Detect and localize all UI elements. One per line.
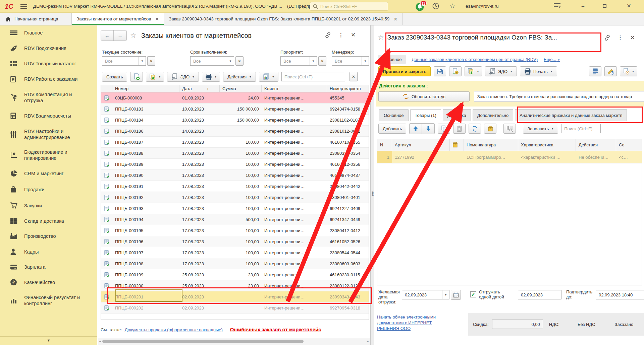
table-row[interactable]: ППЦБ-00018717.08.2023100,00Интернет-реше… (101, 137, 369, 148)
filter-combo[interactable]: Все▼ (102, 56, 146, 66)
nav-main-chip[interactable]: Основное (378, 55, 406, 64)
single-date-field[interactable]: 02.09.2023 (518, 290, 561, 299)
table-row[interactable]: ППЦБ-00020202.09.2023Интернет-решени…692… (101, 302, 369, 314)
add-row-button[interactable]: Добавить (378, 124, 406, 134)
sidebar-item[interactable]: Производство (0, 228, 97, 244)
table-row[interactable]: ППЦБ-00018614.08.2023Интернет-решени…230… (101, 126, 369, 137)
single-date-checkbox[interactable]: ✓ (470, 291, 476, 297)
order-tab[interactable]: Аналитические признаки и данные заказа м… (515, 109, 627, 121)
service-menu-icon[interactable] (553, 2, 561, 8)
sidebar-item[interactable]: Финансовый результат и контроллинг (0, 290, 97, 311)
table-row[interactable]: ППЦБ-00019417.08.2023500,00Интернет-реше… (101, 214, 369, 225)
global-search-input[interactable] (320, 4, 381, 9)
get-link-icon[interactable] (604, 34, 610, 41)
move-down-button[interactable] (422, 124, 434, 134)
ship-date-combo[interactable]: 02.09.2023▼ (402, 290, 449, 299)
copy-button[interactable]: ▼ (146, 72, 164, 82)
table-row[interactable]: ППЦБ-00018410.08.2023150 000,00Интернет-… (101, 115, 369, 126)
copy-rows-button[interactable] (438, 124, 450, 134)
table-row[interactable]: ППЦБ-00019817.08.2023100,00Интернет-реше… (101, 258, 369, 269)
list-search-input[interactable]: Поиск (Ctrl+F) (281, 72, 345, 81)
package-button[interactable] (484, 124, 496, 134)
calendar-button[interactable] (451, 290, 461, 300)
main-menu-icon[interactable] (20, 4, 27, 9)
edo-button[interactable]: ЭДО▼ (485, 66, 517, 76)
chevron-down-icon[interactable]: ▼ (227, 57, 234, 65)
home-tab[interactable]: Начальная страница (0, 13, 72, 25)
chevron-down-icon[interactable]: ▼ (310, 57, 317, 65)
doc-log-button[interactable]: ▼ (620, 66, 637, 76)
order-tab[interactable]: Доставка (443, 109, 471, 121)
table-row[interactable]: ППЦБ-00019217.08.2023100,00Интернет-реше… (101, 192, 369, 203)
sidebar-item[interactable]: RDV:Взаиморасчеты (0, 108, 97, 124)
close-list-icon[interactable]: ✕ (351, 31, 356, 39)
sidebar-item[interactable]: ₽Казначейство (0, 274, 97, 290)
filter-clear-button[interactable]: ✕ (318, 56, 326, 66)
sidebar-item[interactable]: Кадры (0, 244, 97, 260)
sidebar-item[interactable]: Закупки (0, 198, 97, 213)
sidebar-item[interactable]: RDV:Работа с заказами (0, 71, 97, 87)
tab-close-icon[interactable]: ✕ (155, 16, 159, 22)
order-tab[interactable]: Товары (1) (410, 109, 441, 121)
panel-splitter[interactable]: ●●● (370, 25, 374, 345)
edi-exchange-link[interactable]: Начать обмен электронными документами с … (377, 314, 441, 331)
filter-combo[interactable]: Все▼ (332, 56, 369, 66)
restore-button[interactable] (600, 3, 609, 10)
print-button[interactable]: ▼ (202, 72, 220, 82)
chevron-down-icon[interactable]: ▼ (362, 57, 369, 65)
history-icon[interactable] (432, 2, 439, 10)
nav-more-link[interactable]: Еще... ▼ (544, 57, 560, 62)
sidebar-item[interactable]: RDV:Комплектация и отгрузка (0, 87, 97, 108)
table-row[interactable]: ППЦБ-00019717.08.2023100,00Интернет-реше… (101, 247, 369, 258)
move-up-button[interactable] (410, 124, 422, 134)
order-tab[interactable]: Дополнительно (473, 109, 514, 121)
confirm-until-field[interactable]: 02.09.2023 18:40 (596, 290, 644, 299)
sales-docs-link[interactable]: Документы продажи (оформленные накладные… (125, 327, 223, 332)
global-search[interactable] (310, 2, 388, 11)
get-link-icon[interactable] (325, 32, 331, 38)
fill-button[interactable]: Заполнить▼ (523, 124, 558, 134)
sidebar-item[interactable]: Главное (0, 25, 97, 40)
sidebar-item[interactable]: CRM и маркетинг (0, 165, 97, 182)
actions-button[interactable]: Действия▼ (223, 72, 256, 82)
sidebar-item[interactable]: Склад и доставка (0, 213, 97, 228)
sidebar-item[interactable]: RDV:Товарный каталог (0, 56, 97, 71)
sidebar-item[interactable]: Продажи (0, 182, 97, 198)
reports-button[interactable]: ▼ (259, 72, 278, 82)
barcode-button[interactable] (503, 124, 516, 134)
sidebar-more-button[interactable]: ▼ (0, 336, 97, 342)
table-row[interactable]: ППЦБ-00020025.08.202323,00Интернет-решен… (101, 280, 369, 291)
back-button[interactable]: ← (101, 30, 114, 41)
error-orders-link[interactable]: Ошибочных заказов от маркетплейс (230, 327, 321, 332)
table-row[interactable]: ППЦБ-00019925.08.202323,00Интернет-решен… (101, 269, 369, 280)
notifications-button[interactable]: 13 (415, 2, 425, 12)
favorite-star-icon[interactable]: ☆ (378, 33, 384, 42)
table-row[interactable]: ППЦБ-00018917.08.2023100,00Интернет-реше… (101, 159, 369, 170)
print-button[interactable]: Печать▼ (520, 66, 557, 76)
edit-history-button[interactable] (604, 66, 617, 76)
table-row[interactable]: ППЦБ-00019017.08.2023100,00Интернет-реше… (101, 170, 369, 181)
orders-table-header[interactable]: Номер Дата↓ Сумма Клиент Номер маркетп (101, 85, 369, 92)
sidebar-item[interactable]: RDV:Настройки и администрирование (0, 124, 97, 145)
price-deviation-link[interactable]: Данные заказов клиентов с отклонением це… (412, 57, 538, 62)
goods-search-input[interactable]: Поиск (Ctrl+F) (561, 124, 601, 133)
filter-clear-button[interactable]: ✕ (147, 56, 155, 66)
document-tab[interactable]: Заказ 23090343-0343 торговой площадки Oz… (164, 13, 402, 25)
forward-button[interactable]: → (114, 30, 126, 41)
post-document-button[interactable]: ₸ (449, 66, 462, 76)
table-row[interactable]: ППЦБ-00019617.08.2023100,00Интернет-реше… (101, 236, 369, 247)
sidebar-item[interactable]: Бюджетирование и планирование (0, 145, 97, 165)
favorites-star-icon[interactable]: ☆ (449, 2, 455, 10)
filter-combo[interactable]: Все▼ (190, 56, 234, 66)
tab-close-icon[interactable]: ✕ (393, 16, 397, 22)
sidebar-item[interactable]: RDV:Подключения (0, 40, 97, 56)
more-menu-icon[interactable]: ⋮ (618, 34, 623, 41)
create-new-icon-button[interactable] (130, 72, 143, 82)
table-row[interactable]: ППЦБ-00018310.08.2023150 000,00Интернет-… (101, 104, 369, 115)
save-button[interactable] (434, 66, 446, 76)
discount-field[interactable]: 0,00 (492, 320, 543, 329)
table-row[interactable]: ППЦБ-00020102.09.2023Интернет-решени…230… (101, 291, 369, 302)
table-row[interactable]: ППЦБ-00019117.08.2023100,00Интернет-реше… (101, 181, 369, 192)
table-row[interactable]: ППЦБ-00019517.08.2023100,00Интернет-реше… (101, 225, 369, 236)
table-row[interactable]: ППЦБ-00019317.08.2023100,00Интернет-реше… (101, 203, 369, 214)
